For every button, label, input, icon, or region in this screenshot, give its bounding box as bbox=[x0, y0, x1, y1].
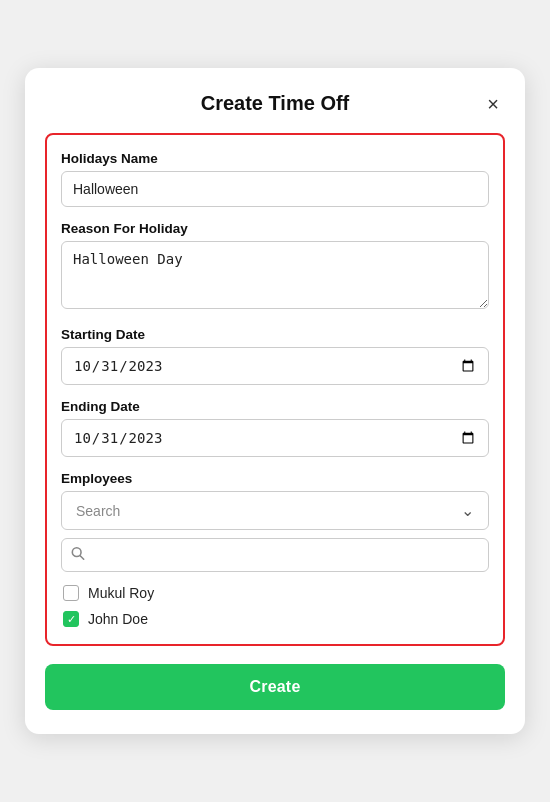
starting-date-input[interactable] bbox=[61, 347, 489, 385]
holidays-name-label: Holidays Name bbox=[61, 151, 489, 166]
form-section: Holidays Name Reason For Holiday Hallowe… bbox=[45, 133, 505, 646]
modal-title: Create Time Off bbox=[201, 92, 350, 115]
mukul-checkbox[interactable] bbox=[63, 585, 79, 601]
create-time-off-modal: Create Time Off × Holidays Name Reason F… bbox=[25, 68, 525, 734]
create-button[interactable]: Create bbox=[45, 664, 505, 710]
ending-date-wrapper bbox=[61, 419, 489, 457]
mukul-name: Mukul Roy bbox=[88, 585, 154, 601]
ending-date-input[interactable] bbox=[61, 419, 489, 457]
starting-date-label: Starting Date bbox=[61, 327, 489, 342]
holidays-name-input[interactable] bbox=[61, 171, 489, 207]
ending-date-field: Ending Date bbox=[61, 399, 489, 457]
chevron-down-icon: ⌄ bbox=[461, 501, 474, 520]
holidays-name-field: Holidays Name bbox=[61, 151, 489, 207]
reason-label: Reason For Holiday bbox=[61, 221, 489, 236]
employees-dropdown[interactable]: Search ⌄ bbox=[61, 491, 489, 530]
employees-dropdown-placeholder: Search bbox=[76, 503, 120, 519]
reason-input[interactable]: Halloween Day bbox=[61, 241, 489, 309]
check-icon: ✓ bbox=[67, 613, 76, 626]
modal-header: Create Time Off × bbox=[45, 92, 505, 115]
starting-date-field: Starting Date bbox=[61, 327, 489, 385]
close-button[interactable]: × bbox=[481, 92, 505, 116]
reason-field: Reason For Holiday Halloween Day bbox=[61, 221, 489, 313]
starting-date-wrapper bbox=[61, 347, 489, 385]
employee-item-john: ✓ John Doe bbox=[61, 606, 489, 632]
employees-field: Employees Search ⌄ Mukul Roy bbox=[61, 471, 489, 632]
employees-label: Employees bbox=[61, 471, 489, 486]
ending-date-label: Ending Date bbox=[61, 399, 489, 414]
employee-list: Mukul Roy ✓ John Doe bbox=[61, 580, 489, 632]
john-name: John Doe bbox=[88, 611, 148, 627]
employee-item-mukul: Mukul Roy bbox=[61, 580, 489, 606]
john-checkbox[interactable]: ✓ bbox=[63, 611, 79, 627]
employee-search-wrapper bbox=[61, 538, 489, 572]
employee-search-input[interactable] bbox=[61, 538, 489, 572]
